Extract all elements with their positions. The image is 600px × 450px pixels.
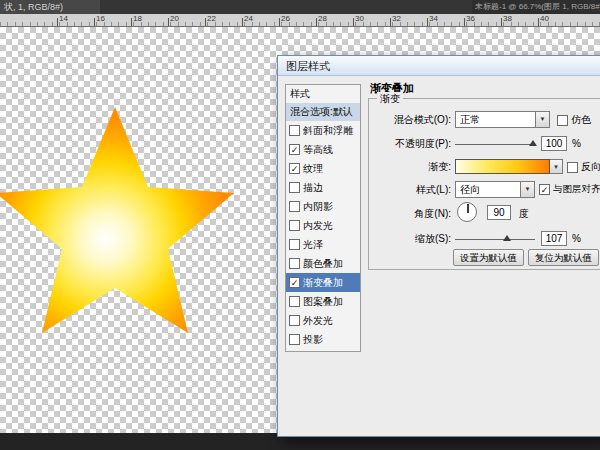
style-item-checkbox[interactable]: ✓	[289, 144, 300, 155]
angle-value[interactable]: 90	[487, 205, 511, 220]
style-item[interactable]: 图案叠加	[286, 292, 360, 311]
style-item-checkbox[interactable]	[289, 239, 300, 250]
gradient-row: 渐变: ▼ 反向	[369, 158, 600, 176]
ruler-major-tick	[501, 18, 502, 26]
gradient-swatch[interactable]	[455, 159, 550, 174]
style-label: 样式(L):	[369, 183, 451, 197]
chevron-down-icon[interactable]: ▼	[535, 112, 549, 127]
photoshop-window: 状, 1, RGB/8#) 未标题-1 @ 66.7%(图层 1, RGB/8#…	[0, 0, 600, 450]
star-shape[interactable]	[0, 107, 234, 333]
align-with-layer-label: 与图层对齐	[553, 183, 600, 196]
style-item-label: 等高线	[303, 143, 333, 157]
style-item-checkbox[interactable]	[289, 315, 300, 326]
style-item[interactable]: ✓渐变叠加	[286, 273, 360, 292]
style-item[interactable]: 斜面和浮雕	[286, 121, 360, 140]
style-item-checkbox[interactable]: ✓	[289, 277, 300, 288]
scale-slider-thumb[interactable]	[503, 235, 511, 241]
document-tab-active[interactable]: 状, 1, RGB/8#)	[0, 0, 100, 14]
style-item-label: 渐变叠加	[303, 276, 343, 290]
style-item-label: 斜面和浮雕	[303, 124, 353, 138]
dialog-title-bar[interactable]: 图层样式	[278, 56, 600, 76]
style-item-checkbox[interactable]	[289, 201, 300, 212]
style-item[interactable]: 颜色叠加	[286, 254, 360, 273]
opacity-label: 不透明度(P):	[369, 137, 451, 151]
style-item[interactable]: 投影	[286, 330, 360, 349]
layer-style-dialog: 图层样式 样式 混合选项:默认 斜面和浮雕✓等高线✓纹理描边内阴影内发光光泽颜色…	[277, 55, 600, 437]
blend-mode-label: 混合模式(O):	[369, 113, 451, 127]
ruler-number: 38	[503, 14, 512, 23]
chevron-down-icon[interactable]: ▼	[520, 182, 534, 197]
reverse-label: 反向	[581, 160, 600, 174]
ruler-major-tick	[131, 18, 132, 26]
ruler-number: 32	[392, 14, 401, 23]
style-item[interactable]: ✓纹理	[286, 159, 360, 178]
style-item[interactable]: 内发光	[286, 216, 360, 235]
ruler-major-tick	[205, 18, 206, 26]
angle-dial[interactable]	[457, 202, 477, 222]
ruler-major-tick	[94, 18, 95, 26]
style-item[interactable]: 外发光	[286, 311, 360, 330]
ruler-major-tick	[353, 18, 354, 26]
style-item[interactable]: 内阴影	[286, 197, 360, 216]
align-with-layer-checkbox[interactable]: ✓	[539, 184, 550, 195]
style-row: 样式(L): 径向 ▼ ✓ 与图层对齐	[369, 181, 600, 199]
ruler-number: 24	[244, 14, 253, 23]
ruler-number: 40	[540, 14, 549, 23]
dither-label: 仿色	[571, 113, 591, 127]
style-item[interactable]: ✓等高线	[286, 140, 360, 159]
styles-list: 样式 混合选项:默认 斜面和浮雕✓等高线✓纹理描边内阴影内发光光泽颜色叠加✓渐变…	[285, 84, 361, 352]
ruler-number: 30	[355, 14, 364, 23]
ruler-major-tick	[57, 18, 58, 26]
opacity-row: 不透明度(P): 100 %	[369, 135, 600, 153]
style-item[interactable]: 描边	[286, 178, 360, 197]
reset-default-button[interactable]: 复位为默认值	[528, 249, 599, 266]
style-item-label: 内阴影	[303, 200, 333, 214]
scale-value[interactable]: 107	[541, 231, 567, 246]
blend-mode-select[interactable]: 正常 ▼	[455, 111, 550, 128]
scale-label: 缩放(S):	[369, 232, 451, 246]
blend-mode-value: 正常	[460, 113, 480, 127]
gradient-picker-arrow-icon[interactable]: ▼	[550, 159, 563, 174]
ruler-major-tick	[242, 18, 243, 26]
style-item-checkbox[interactable]: ✓	[289, 163, 300, 174]
document-tab-inactive[interactable]: 未标题-1 @ 66.7%(图层 1, RGB/8#)	[472, 0, 600, 14]
opacity-slider-thumb[interactable]	[529, 140, 537, 146]
default-buttons-row: 设置为默认值 复位为默认值	[369, 249, 600, 266]
angle-row: 角度(N): 90 度	[369, 202, 600, 228]
blending-options-item[interactable]: 混合选项:默认	[286, 103, 360, 121]
horizontal-ruler[interactable]: 1416182022242628303234363840	[0, 14, 600, 27]
ruler-number: 22	[207, 14, 216, 23]
style-items-container: 斜面和浮雕✓等高线✓纹理描边内阴影内发光光泽颜色叠加✓渐变叠加图案叠加外发光投影	[286, 121, 360, 349]
scale-unit: %	[572, 233, 581, 244]
ruler-number: 28	[318, 14, 327, 23]
ruler-number: 20	[170, 14, 179, 23]
scale-slider-track[interactable]	[455, 239, 535, 240]
ruler-major-tick	[316, 18, 317, 26]
style-select[interactable]: 径向 ▼	[455, 181, 535, 198]
style-item-checkbox[interactable]	[289, 296, 300, 307]
angle-needle	[467, 204, 469, 213]
opacity-value[interactable]: 100	[541, 136, 567, 151]
style-value: 径向	[460, 183, 480, 197]
style-item-label: 外发光	[303, 314, 333, 328]
set-default-button[interactable]: 设置为默认值	[453, 249, 524, 266]
style-item-checkbox[interactable]	[289, 220, 300, 231]
opacity-slider-track[interactable]	[455, 144, 535, 145]
style-item-checkbox[interactable]	[289, 334, 300, 345]
style-item-label: 颜色叠加	[303, 257, 343, 271]
style-item-label: 纹理	[303, 162, 323, 176]
document-tab-inactive-label: 未标题-1 @ 66.7%(图层 1, RGB/8#)	[475, 2, 600, 11]
styles-header[interactable]: 样式	[286, 85, 360, 103]
ruler-major-tick	[390, 18, 391, 26]
ruler-number: 18	[133, 14, 142, 23]
style-item-checkbox[interactable]	[289, 258, 300, 269]
ruler-number: 26	[281, 14, 290, 23]
dither-checkbox[interactable]	[557, 115, 568, 126]
ruler-number: 36	[466, 14, 475, 23]
style-item-checkbox[interactable]	[289, 125, 300, 136]
reverse-checkbox[interactable]	[567, 162, 578, 173]
dialog-title: 图层样式	[286, 60, 330, 72]
ruler-number: 34	[429, 14, 438, 23]
style-item-checkbox[interactable]	[289, 182, 300, 193]
style-item[interactable]: 光泽	[286, 235, 360, 254]
